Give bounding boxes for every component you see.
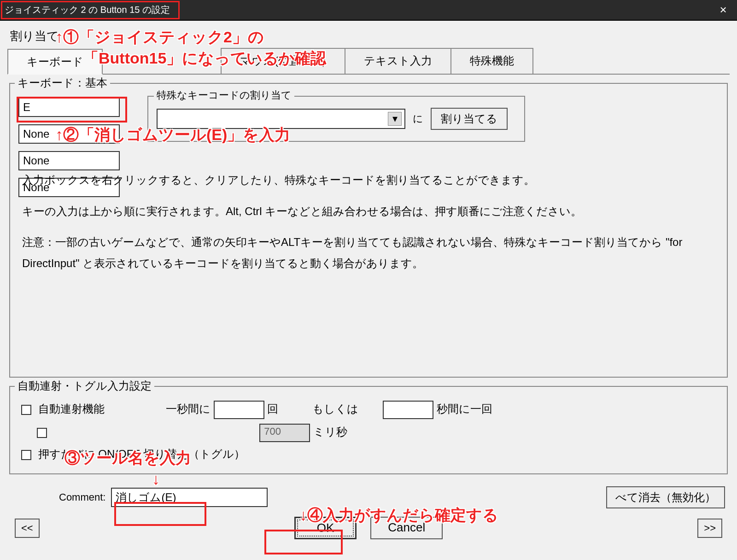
info-text: 入力ボックスを右クリックすると、クリアしたり、特殊なキーコードを割り当てることが…: [22, 169, 715, 274]
page-subtitle: 割り当て: [10, 28, 727, 44]
keyboard-basic-fieldset: キーボード：基本 特殊なキーコードの割り当て ▾ に 割り当てる 入力ボックスを…: [9, 83, 728, 378]
prev-button[interactable]: <<: [15, 519, 40, 538]
ms-label: ミリ秒: [313, 426, 347, 438]
comment-input[interactable]: [111, 488, 268, 507]
info-p3: 注意：一部の古いゲームなどで、通常の矢印キーやALTキーを割り当てても認識されな…: [22, 232, 715, 274]
special-keycode-legend: 特殊なキーコードの割り当て: [154, 88, 294, 102]
key-input-1[interactable]: [18, 98, 120, 117]
cancel-button[interactable]: Cancel: [370, 517, 443, 539]
comment-row: Comment: べて消去（無効化）: [7, 483, 730, 512]
info-p1: 入力ボックスを右クリックすると、クリアしたり、特殊なキーコードを割り当てることが…: [22, 169, 715, 191]
window-title: ジョイスティック 2 の Button 15 の設定: [5, 4, 714, 16]
comment-label: Comment:: [59, 491, 105, 503]
autofire-checkbox[interactable]: [21, 405, 31, 415]
per-sec-input[interactable]: [214, 401, 264, 419]
or-label: もしくは: [312, 402, 358, 415]
footer-bar: << OK Cancel >>: [7, 512, 730, 546]
clear-all-button[interactable]: べて消去（無効化）: [606, 486, 725, 508]
autofire-legend: 自動連射・トグル入力設定: [15, 379, 154, 393]
next-button[interactable]: >>: [697, 519, 722, 538]
per-sec-after: 回: [267, 402, 278, 415]
close-icon[interactable]: ×: [714, 3, 732, 17]
delay-input[interactable]: 700: [259, 424, 310, 442]
toggle-checkbox[interactable]: [21, 450, 31, 460]
info-p2: キーの入力は上から順に実行されます。Alt, Ctrl キーなどと組み合わせる場…: [22, 201, 715, 222]
chevron-down-icon: ▾: [388, 112, 402, 126]
key-input-2[interactable]: [18, 124, 120, 144]
special-keycode-dropdown[interactable]: ▾: [157, 109, 405, 129]
toggle-label: 押すたびに ON/OFF 切り替え（トグル）: [38, 448, 245, 460]
ok-button[interactable]: OK: [294, 517, 357, 539]
tab-mouse-pos[interactable]: マウス(位置指定): [221, 48, 345, 74]
tab-keyboard[interactable]: キーボード: [7, 49, 103, 75]
autofire-label: 自動連射機能: [38, 402, 105, 415]
tab-text-input[interactable]: テキスト入力: [345, 48, 451, 74]
sec-per-input[interactable]: [383, 401, 433, 419]
delay-checkbox[interactable]: [37, 428, 47, 438]
per-sec-before: 一秒間に: [166, 402, 211, 415]
sec-per-label: 秒間に一回: [437, 402, 492, 415]
assign-button[interactable]: 割り当てる: [431, 108, 508, 130]
tab-bar: キーボード マウス(位置指定) テキスト入力 特殊機能: [7, 48, 730, 75]
keyboard-basic-legend: キーボード：基本: [15, 76, 110, 90]
special-keycode-fieldset: 特殊なキーコードの割り当て ▾ に 割り当てる: [147, 96, 525, 142]
titlebar: ジョイスティック 2 の Button 15 の設定 ×: [0, 0, 737, 21]
tab-special[interactable]: 特殊機能: [450, 48, 533, 74]
ni-label: に: [413, 112, 423, 126]
autofire-fieldset: 自動連射・トグル入力設定 自動連射機能 一秒間に 回 もしくは 秒間に一回 70…: [9, 386, 728, 474]
key-input-3[interactable]: [18, 151, 120, 170]
